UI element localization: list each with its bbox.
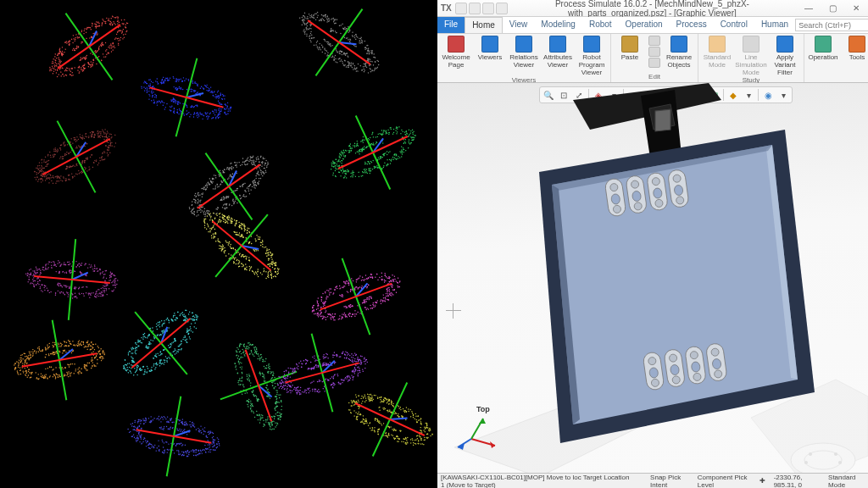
svg-point-887 — [187, 79, 189, 80]
svg-point-5120 — [352, 359, 353, 361]
svg-point-39 — [120, 19, 122, 21]
ribbon-button[interactable]: Relations Viewer — [509, 36, 539, 69]
status-snap[interactable]: Snap Pick Intent — [650, 474, 689, 489]
ribbon-button[interactable]: Rename Objects — [664, 36, 694, 69]
svg-point-596 — [60, 149, 62, 151]
svg-point-2631 — [31, 269, 32, 270]
svg-point-5151 — [365, 360, 367, 362]
svg-point-3221 — [386, 296, 387, 297]
svg-point-4585 — [148, 418, 150, 419]
svg-point-2602 — [106, 290, 108, 291]
qat-undo-icon[interactable] — [496, 3, 508, 14]
tab-home[interactable]: Home — [465, 17, 503, 33]
ribbon-button[interactable]: Tools — [842, 36, 868, 61]
ribbon-button[interactable]: Welcome Page — [441, 36, 471, 69]
svg-point-3303 — [392, 285, 393, 286]
svg-point-2224 — [197, 210, 198, 212]
ribbon-icon — [849, 36, 865, 53]
svg-point-1706 — [387, 154, 388, 156]
svg-point-3410 — [377, 279, 379, 280]
svg-point-4790 — [258, 355, 259, 357]
ribbon-button[interactable]: Attributes Viewer — [542, 36, 573, 69]
svg-point-3076 — [264, 247, 265, 248]
svg-point-2229 — [228, 177, 230, 179]
svg-point-766 — [76, 140, 78, 141]
svg-point-5745 — [348, 402, 350, 404]
svg-point-2137 — [264, 158, 265, 159]
svg-point-1691 — [397, 131, 398, 133]
close-button[interactable]: ✕ — [844, 0, 868, 17]
svg-point-5833 — [390, 426, 392, 428]
svg-point-3157 — [320, 300, 322, 302]
maximize-button[interactable]: ▢ — [821, 0, 844, 17]
svg-point-4119 — [136, 344, 137, 346]
svg-point-5600 — [366, 422, 368, 424]
svg-point-2644 — [71, 265, 73, 267]
svg-point-2608 — [109, 277, 111, 279]
ribbon-button[interactable]: Paste — [615, 36, 645, 61]
svg-point-1703 — [400, 152, 402, 153]
svg-point-2593 — [91, 292, 92, 294]
ribbon-button[interactable]: Operation — [808, 36, 838, 61]
svg-point-553 — [54, 147, 56, 149]
qat-save-icon[interactable] — [482, 3, 494, 14]
tab-modeling[interactable]: Modeling — [534, 17, 582, 33]
search-input[interactable] — [795, 19, 868, 31]
svg-point-330 — [53, 64, 55, 66]
svg-point-421 — [114, 142, 116, 144]
svg-point-5336 — [297, 393, 298, 395]
svg-point-5349 — [317, 381, 319, 383]
qat-new-icon[interactable] — [455, 3, 467, 14]
svg-point-4409 — [132, 423, 134, 424]
svg-point-4182 — [159, 354, 160, 356]
minimize-button[interactable]: — — [797, 0, 821, 17]
svg-point-2287 — [209, 215, 210, 217]
svg-point-1461 — [366, 47, 368, 49]
svg-point-695 — [66, 165, 68, 167]
svg-point-3295 — [343, 313, 345, 314]
ribbon-button[interactable]: Apply Variant Filter — [770, 36, 800, 76]
svg-point-1679 — [344, 152, 346, 153]
ribbon-button[interactable] — [648, 36, 660, 69]
svg-point-981 — [170, 77, 171, 79]
svg-point-175 — [83, 30, 85, 31]
pointcloud-viewer[interactable] — [0, 0, 437, 488]
svg-point-585 — [59, 158, 61, 159]
svg-point-361 — [102, 19, 103, 20]
svg-point-1369 — [319, 43, 320, 45]
tab-operation[interactable]: Operation — [619, 17, 670, 33]
tab-file[interactable]: File — [437, 17, 465, 33]
svg-point-2538 — [68, 294, 70, 296]
svg-point-4645 — [151, 446, 153, 448]
svg-point-3413 — [367, 286, 369, 288]
svg-point-1411 — [350, 64, 352, 65]
svg-point-2263 — [213, 188, 214, 190]
tab-human[interactable]: Human — [754, 17, 795, 33]
svg-point-5849 — [834, 452, 837, 456]
svg-point-1727 — [404, 141, 406, 143]
svg-point-5760 — [410, 416, 412, 418]
svg-point-4696 — [237, 382, 239, 384]
svg-point-3550 — [70, 363, 72, 365]
svg-point-1749 — [370, 168, 371, 169]
svg-point-4632 — [136, 435, 138, 437]
graphic-viewer[interactable]: 🔍 ⊡ ⤢ ◈ ▾ ↗ ⟋ • ■ ◧ ▦ ◆ ▾ ◉ ▾ — [437, 83, 868, 473]
svg-point-859 — [176, 109, 178, 111]
svg-point-5758 — [416, 438, 418, 440]
tab-control[interactable]: Control — [714, 17, 754, 33]
svg-point-5338 — [310, 362, 312, 363]
qat-open-icon[interactable] — [469, 3, 481, 14]
tab-robot[interactable]: Robot — [582, 17, 619, 33]
svg-point-4145 — [133, 374, 135, 376]
ribbon-button[interactable]: Viewers — [475, 36, 505, 61]
tab-view[interactable]: View — [503, 17, 535, 33]
svg-point-1752 — [372, 142, 374, 144]
svg-point-2181 — [231, 205, 233, 207]
status-pick[interactable]: Component Pick Level — [698, 474, 751, 489]
svg-point-1302 — [301, 24, 303, 25]
axis-triad[interactable]: Top — [454, 405, 497, 447]
tab-process[interactable]: Process — [670, 17, 714, 33]
ribbon-button[interactable]: Robot Program Viewer — [576, 36, 607, 76]
svg-point-3237 — [365, 274, 367, 276]
svg-point-2465 — [55, 271, 57, 273]
